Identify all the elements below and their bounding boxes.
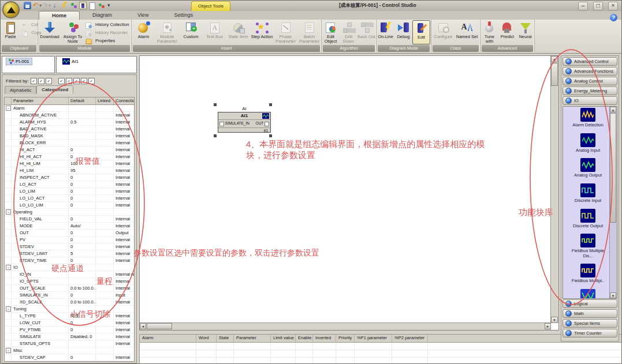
expand-icon[interactable] xyxy=(5,333,12,340)
minimize-button[interactable]: – xyxy=(578,2,588,10)
expand-icon[interactable] xyxy=(5,306,12,312)
filter-checkbox[interactable]: ✓ xyxy=(73,78,80,84)
quick-access-icon[interactable] xyxy=(98,2,105,9)
parameter-row[interactable]: HI_HI_LIM 100 Internal xyxy=(5,160,134,167)
expand-icon[interactable] xyxy=(5,160,12,167)
parameter-row[interactable]: SIMULATE Disabled, 0 Internal xyxy=(5,333,134,340)
ribbon-button[interactable]: Configure xyxy=(431,20,455,45)
parameter-row[interactable]: HI_ACT 0 Internal xyxy=(5,147,134,153)
parameter-row[interactable]: FIELD_VAL 0 Internal xyxy=(5,216,134,223)
parameter-row[interactable]: OUT_SCALE 0.0 to 100.0... Internal xyxy=(5,285,134,292)
quick-access-icon[interactable] xyxy=(42,2,50,9)
expand-icon[interactable] xyxy=(5,354,12,361)
filter-checkbox[interactable]: ✓ xyxy=(81,78,87,84)
palette-item[interactable]: Alarm Detection xyxy=(572,108,603,128)
parameter-row[interactable]: INSPECT_ACT 0 Internal xyxy=(5,174,134,181)
parameter-row[interactable]: STATUS_OPTS Internal xyxy=(5,340,134,347)
quick-access-icon[interactable] xyxy=(51,2,59,9)
input-pin[interactable] xyxy=(219,122,224,126)
filter-checkbox[interactable]: ✓ xyxy=(58,78,65,84)
parameter-row[interactable]: LO_LO_LIM 0 Internal xyxy=(5,202,134,209)
palette-category[interactable]: IO xyxy=(563,96,617,105)
ribbon-button[interactable]: Drill Down xyxy=(340,20,357,45)
parameter-row[interactable]: STDEV_TIME 0 Internal xyxy=(5,257,134,264)
parameter-row[interactable]: Misc xyxy=(5,347,134,354)
parameter-row[interactable]: IO xyxy=(5,264,134,271)
expand-icon[interactable] xyxy=(5,230,12,236)
quick-access-icon[interactable] xyxy=(107,2,114,9)
ribbon-button[interactable]: Text Box xyxy=(203,20,226,45)
context-tab-object-tools[interactable]: Object Tools xyxy=(191,1,230,11)
alarm-table-column[interactable]: Parameter xyxy=(234,335,271,342)
quick-access-icon[interactable] xyxy=(88,2,96,9)
alarm-table-column[interactable]: Limit value xyxy=(271,335,296,342)
alarm-table-row[interactable] xyxy=(140,350,622,358)
selection-handle[interactable] xyxy=(214,103,217,106)
filter-checkbox[interactable]: ✓ xyxy=(31,78,37,84)
quick-access-icon[interactable] xyxy=(70,2,77,9)
canvas-horizontal-scrollbar[interactable]: ◄ ► xyxy=(140,322,551,330)
parameter-row[interactable]: SIMULATE_IN 0 Input xyxy=(5,292,134,299)
parameter-row[interactable]: STDEV 0 Internal xyxy=(5,243,134,250)
expand-icon[interactable] xyxy=(5,250,12,257)
filter-checkbox[interactable]: ✓ xyxy=(88,78,95,84)
parameter-row[interactable]: STDEV_LIMIT 5 Internal xyxy=(5,250,134,257)
output-pin[interactable] xyxy=(265,122,269,126)
parameter-row[interactable]: ALARM_HYS 0.5 Internal xyxy=(5,119,134,126)
expand-icon[interactable] xyxy=(5,188,12,194)
parameter-row[interactable]: BAD_ACTIVE Internal xyxy=(5,126,134,133)
quick-access-icon[interactable] xyxy=(79,2,87,9)
alarm-table-column[interactable]: %P1 parameter xyxy=(355,335,392,342)
close-button[interactable]: × xyxy=(608,2,618,10)
expand-icon[interactable] xyxy=(5,313,12,319)
palette-category[interactable]: Advanced Functions xyxy=(563,67,617,76)
expand-icon[interactable] xyxy=(5,112,12,118)
module-tree-item[interactable]: PI-001 xyxy=(6,58,32,65)
filter-checkbox[interactable]: ✓ xyxy=(46,78,52,84)
ribbon-button[interactable]: Module Parameter xyxy=(155,20,179,45)
alarm-table-column[interactable]: %P2 parameter xyxy=(392,335,428,342)
parameter-row[interactable]: LO_LO_ACT 0 Internal xyxy=(5,195,134,202)
filter-checkbox[interactable]: ✓ xyxy=(38,78,44,84)
expand-icon[interactable] xyxy=(5,292,12,298)
palette-category[interactable]: Math xyxy=(563,309,617,318)
diagram-canvas[interactable]: AI AI1 SIMULATE_IN OUT #1 ▲ ▼ xyxy=(139,55,559,331)
ribbon-button[interactable]: Assign To Node xyxy=(61,20,84,45)
palette-item[interactable]: Analog Output xyxy=(574,158,602,178)
alarm-table-column[interactable]: Inverted xyxy=(313,335,336,342)
palette-item[interactable]: Fieldbus Multipl.. xyxy=(572,264,604,284)
parameter-row[interactable]: IO_IN Internal ref xyxy=(5,271,134,278)
expand-icon[interactable] xyxy=(5,181,12,187)
ribbon-button[interactable]: Neural xyxy=(516,20,534,45)
expand-icon[interactable] xyxy=(5,327,12,333)
parameter-row[interactable]: IO_OPTS Internal xyxy=(5,278,134,285)
expand-icon[interactable] xyxy=(5,285,12,291)
ribbon-button[interactable]: Back Out xyxy=(357,20,375,45)
alarm-table-column[interactable]: Alarm xyxy=(140,335,196,342)
ribbon-tab[interactable]: Settings xyxy=(161,11,206,20)
expand-icon[interactable] xyxy=(5,195,12,201)
parameter-row[interactable]: HI_HI_ACT 0 Internal xyxy=(5,153,134,160)
expand-icon[interactable] xyxy=(5,174,12,181)
ribbon-button[interactable]: Edit xyxy=(412,20,430,44)
expand-icon[interactable] xyxy=(5,278,12,284)
parameter-row[interactable]: Tuning xyxy=(5,306,134,313)
ribbon-small-button[interactable]: Properties xyxy=(84,37,129,45)
parameter-row[interactable]: STDEV_CAP 0 Internal xyxy=(5,354,134,361)
parameter-row[interactable]: LO_LIM 0 Internal xyxy=(5,188,134,195)
expand-icon[interactable] xyxy=(5,223,12,229)
ribbon-button[interactable]: Tune with Insight xyxy=(481,20,498,45)
ribbon-tab[interactable]: Diagram xyxy=(80,11,125,20)
parameter-row[interactable]: HI_LIM 95 Internal xyxy=(5,167,134,174)
parameter-tab[interactable]: Categorized xyxy=(36,85,73,93)
alarm-table-column[interactable]: Priority xyxy=(336,335,355,342)
parameter-row[interactable]: XD_SCALE 0.0 to 100.0... Internal xyxy=(5,299,134,306)
help-icon[interactable]: ? xyxy=(610,14,617,21)
canvas-vertical-scrollbar[interactable]: ▲ ▼ xyxy=(550,56,558,323)
alarm-table-column[interactable]: Word xyxy=(196,335,217,342)
palette-category[interactable]: Special Items xyxy=(563,319,617,328)
parameter-row[interactable]: PV 0 Internal xyxy=(5,237,134,243)
restore-button[interactable]: □ xyxy=(593,2,603,10)
quick-access-icon[interactable] xyxy=(61,2,68,9)
ribbon-button[interactable]: Alarm xyxy=(132,20,155,45)
